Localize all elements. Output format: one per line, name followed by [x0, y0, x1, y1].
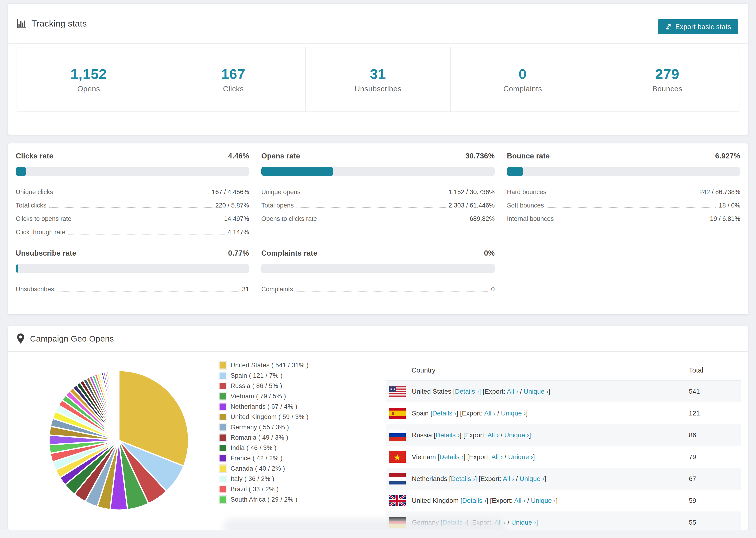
details-link[interactable]: Details › [455, 388, 479, 395]
progress-bar [16, 264, 249, 273]
flag-gb-icon [389, 495, 406, 506]
geo-pie-chart[interactable] [45, 366, 193, 514]
geo-title: Campaign Geo Opens [30, 334, 114, 344]
progress-bar [261, 167, 495, 176]
legend-item: United States ( 541 / 31% ) [219, 361, 369, 369]
tracking-stats-card: Tracking stats Export basic stats 1,152 … [8, 4, 748, 135]
dotted-leader [49, 207, 212, 208]
stat-row-label: Unique opens [261, 188, 300, 197]
total-cell: 121 [689, 409, 700, 417]
legend-label: Vietnam ( 79 / 5% ) [231, 393, 286, 400]
export-all-link[interactable]: All › [487, 431, 499, 439]
stat-box-clicks: 167 Clicks [161, 47, 305, 112]
legend-swatch [219, 423, 227, 431]
export-basic-stats-button[interactable]: Export basic stats [658, 19, 738, 34]
export-unique-link[interactable]: Unique › [523, 388, 549, 395]
empty-grid-cell [507, 249, 740, 295]
export-all-link[interactable]: All › [491, 453, 503, 460]
export-unique-link[interactable]: Unique › [531, 497, 556, 504]
total-column-header: Total [689, 366, 703, 374]
export-all-link[interactable]: All › [514, 497, 525, 504]
stat-row: Complaints0 [261, 281, 495, 295]
legend-label: Spain ( 121 / 7% ) [231, 372, 283, 379]
stat-row-label: Total clicks [16, 202, 46, 211]
flag-us-icon [389, 386, 406, 397]
stat-row: Click through rate4.147% [16, 224, 249, 237]
stat-row-label: Complaints [261, 286, 293, 295]
pie-slice[interactable] [118, 371, 119, 440]
geo-opens-table: Country Total United States [Details ›] … [387, 360, 741, 530]
stat-value: 167 [221, 66, 245, 82]
rates-card: Clicks rate 4.46% Unique clicks167 / 4.4… [8, 143, 748, 314]
stat-row-value: 0 [491, 286, 495, 295]
rate-title: Clicks rate [16, 152, 53, 160]
stat-row-label: Total opens [261, 202, 294, 211]
stat-row: Total clicks220 / 5.87% [16, 197, 249, 211]
opens-rate-panel: Opens rate 30.736% Unique opens1,152 / 3… [261, 152, 495, 237]
dotted-leader [57, 291, 239, 292]
legend-item: Russia ( 86 / 5% ) [219, 382, 369, 390]
page-footer-background [0, 530, 756, 538]
dotted-leader [56, 194, 209, 194]
dotted-leader [296, 291, 488, 292]
country-cell: Netherlands [Details ›] [Export: All › /… [412, 475, 546, 483]
legend-label: Russia ( 86 / 5% ) [231, 382, 282, 390]
details-link[interactable]: Details › [432, 409, 457, 417]
geo-table-row: Spain [Details ›] [Export: All › / Uniqu… [387, 402, 741, 424]
legend-label: France ( 42 / 2% ) [231, 455, 283, 462]
legend-label: Brazil ( 33 / 2% ) [231, 486, 279, 493]
legend-label: Romania ( 49 / 3% ) [231, 434, 288, 441]
export-unique-link[interactable]: Unique › [508, 453, 533, 460]
stat-box-unsubscribes: 31 Unsubscribes [305, 47, 450, 112]
legend-item: South Africa ( 29 / 2% ) [219, 496, 369, 504]
legend-swatch [219, 496, 227, 504]
legend-item: Italy ( 36 / 2% ) [219, 475, 369, 483]
stat-row-label: Unique clicks [16, 188, 53, 197]
stat-value: 31 [370, 66, 386, 82]
details-link[interactable]: Details › [462, 497, 486, 504]
details-link[interactable]: Details › [451, 475, 475, 482]
pie-legend: United States ( 541 / 31% ) Spain ( 121 … [219, 361, 369, 506]
export-all-link[interactable]: All › [503, 475, 514, 482]
legend-swatch [219, 361, 227, 369]
rate-title: Complaints rate [261, 249, 317, 257]
total-cell: 86 [689, 431, 696, 439]
legend-item: Vietnam ( 79 / 5% ) [219, 392, 369, 401]
rate-value: 6.927% [715, 152, 740, 160]
flag-nl-icon [389, 473, 406, 484]
legend-item: Romania ( 49 / 3% ) [219, 434, 369, 442]
stat-row: Total opens2,303 / 61.446% [261, 197, 495, 211]
legend-swatch [219, 403, 227, 411]
stat-row: Unique opens1,152 / 30.736% [261, 184, 495, 197]
stat-row: Unsubscribes31 [16, 281, 249, 295]
tracking-stats-header: Tracking stats Export basic stats [8, 4, 748, 44]
export-unique-link[interactable]: Unique › [511, 519, 536, 526]
stat-row-value: 220 / 5.87% [215, 202, 249, 211]
rate-title: Opens rate [261, 152, 300, 160]
export-all-link[interactable]: All › [507, 388, 518, 395]
progress-bar [507, 167, 740, 176]
export-unique-link[interactable]: Unique › [504, 431, 529, 439]
legend-label: United Kingdom ( 59 / 3% ) [231, 413, 308, 421]
legend-label: Italy ( 36 / 2% ) [231, 475, 274, 483]
export-all-link[interactable]: All › [484, 409, 495, 417]
stat-row-value: 167 / 4.456% [212, 188, 249, 197]
export-button-label: Export basic stats [675, 23, 731, 31]
stat-row-value: 2,303 / 61.446% [449, 202, 495, 211]
country-cell: Vietnam [Details ›] [Export: All › / Uni… [412, 453, 535, 461]
stat-label: Unsubscribes [354, 84, 402, 93]
map-pin-icon [17, 333, 25, 344]
legend-item: Netherlands ( 67 / 4% ) [219, 403, 369, 411]
details-link[interactable]: Details › [436, 431, 460, 439]
total-cell: 59 [689, 497, 696, 505]
legend-swatch [219, 413, 227, 421]
legend-label: United States ( 541 / 31% ) [231, 362, 308, 369]
export-unique-link[interactable]: Unique › [519, 475, 544, 482]
stat-row-value: 1,152 / 30.736% [449, 188, 495, 197]
details-link[interactable]: Details › [440, 453, 464, 460]
legend-swatch [219, 392, 227, 401]
stat-box-complaints: 0 Complaints [450, 47, 595, 112]
legend-label: Canada ( 40 / 2% ) [231, 465, 285, 472]
export-unique-link[interactable]: Unique › [501, 409, 526, 417]
geo-table-row: Russia [Details ›] [Export: All › / Uniq… [387, 424, 741, 446]
